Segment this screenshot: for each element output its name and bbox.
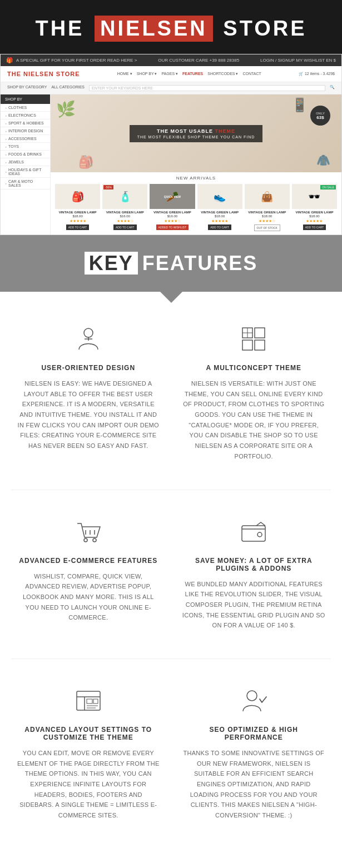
layout-icon: [17, 687, 160, 718]
hero-sub: THE MOST FLEXIBLE SHOP THEME YOU CAN FIN…: [137, 135, 255, 139]
svg-point-0: [84, 328, 93, 337]
nav-features: FEATURES: [182, 72, 203, 76]
search-placeholder: ENTER YOUR KEYWORDS HERE: [89, 85, 325, 91]
features-label: FEATURES: [142, 252, 257, 275]
mockup-main: 🌿 📱 🎒 🧥 THE MOST USABLE THEME THE MOST F…: [51, 94, 341, 235]
hero-phone-deco: 📱: [291, 97, 308, 113]
header-section: THE NIELSEN STORE: [0, 0, 342, 54]
mockup-category-bar: SHOP BY CATEGORY ALL CATEGORIES ENTER YO…: [1, 82, 341, 94]
mockup-cart: 🛒 12 items - 3.429$: [299, 72, 335, 76]
sidebar-foods: FOODS & DRINKS: [1, 151, 50, 158]
svg-point-23: [247, 691, 257, 701]
sidebar-header: SHOP BY: [1, 94, 50, 104]
nav-shortcodes: SHORTCODES ▾: [207, 72, 238, 76]
key-label: KEY: [85, 252, 138, 275]
mockup-products: NEW ARRIVALS 🎒 VINTAGE GREEN LAMP $18.00…: [51, 172, 341, 235]
svg-point-10: [93, 538, 96, 542]
hero-badge-main: THE MOST USABLE THEME: [137, 128, 255, 134]
divider-2: [11, 659, 331, 659]
logo-prefix: THE: [7, 71, 23, 77]
features-row-2: ADVANCED E-COMMERCE FEATURES WISHLIST, C…: [11, 512, 331, 636]
sidebar-accessories: ACCESSORIES: [1, 135, 50, 143]
topbar-left-text: A SPECIAL GIFT FOR YOUR FIRST ORDER READ…: [16, 58, 137, 63]
mockup-topbar: 🎁 A SPECIAL GIFT FOR YOUR FIRST ORDER RE…: [1, 54, 341, 66]
hero-bag-deco: 🎒: [78, 155, 93, 169]
features-grid: USER-ORIENTED DESIGN NIELSEN IS EASY: WE…: [0, 292, 342, 865]
svg-rect-19: [87, 699, 92, 704]
mockup-body: SHOP BY CLOTHES ELECTRONICS SPORT & HOBB…: [1, 94, 341, 235]
person-check-icon: [182, 687, 326, 718]
search-icon-mockup: 🔍: [330, 85, 335, 91]
feature-ecom-title: ADVANCED E-COMMERCE FEATURES: [17, 557, 160, 565]
key-features-arrow: [160, 292, 182, 303]
nav-shopby: SHOP BY ▾: [137, 72, 157, 76]
mockup-nav: THE NIELSEN STORE HOME ▾ SHOP BY ▾ PAGES…: [1, 66, 341, 82]
grid-icon: [182, 325, 326, 356]
products-row: 🎒 VINTAGE GREEN LAMP $18.00 ★★★★★ ADD TO…: [55, 184, 337, 231]
header-title: THE NIELSEN STORE: [11, 16, 331, 42]
mockup-logo: THE NIELSEN STORE: [7, 71, 80, 77]
sidebar-jewels: JEWELS: [1, 158, 50, 166]
sidebar-sport: SPORT & HOBBIES: [1, 119, 50, 127]
feature-ecom-desc: WISHLIST, COMPARE, QUICK VIEW, ADVANCED …: [17, 571, 160, 623]
svg-point-9: [84, 538, 87, 542]
feature-layout: ADVANCED LAYOUT SETTINGS TO CUSTOMIZE TH…: [11, 681, 166, 826]
hero-jacket-deco: 🧥: [316, 153, 330, 167]
product-1: 🎒 VINTAGE GREEN LAMP $18.00 ★★★★★ ADD TO…: [55, 184, 100, 231]
hero-badge: THE MOST USABLE THEME THE MOST FLEXIBLE …: [130, 125, 263, 142]
store-screenshot: 🎁 A SPECIAL GIFT FOR YOUR FIRST ORDER RE…: [0, 54, 342, 235]
header-prefix: THE: [35, 17, 84, 40]
features-row-1: USER-ORIENTED DESIGN NIELSEN IS EASY: WE…: [11, 320, 331, 467]
sidebar-holidays: HOLIDAYS & GIFT IDEAS: [1, 166, 50, 178]
feature-multi-title: A MULTICONCEPT THEME: [182, 364, 326, 372]
key-features-header: KEYFEATURES: [0, 235, 342, 292]
logo-brand: NIELSEN: [23, 71, 54, 77]
product-6: 🕶️ ON SALE VINTAGE GREEN LAMP $18.00 ★★★…: [292, 184, 337, 231]
cart-icon: [17, 518, 160, 549]
wallet-icon: [182, 518, 326, 549]
svg-rect-5: [242, 340, 252, 350]
nav-contact: CONTACT: [242, 72, 261, 76]
svg-rect-20: [93, 699, 98, 704]
hero-price: ONLY 63$: [310, 106, 330, 126]
store-mockup: 🎁 A SPECIAL GIFT FOR YOUR FIRST ORDER RE…: [0, 54, 342, 235]
topbar-right-text: LOGIN / SIGNUP MY WISHLIST EN $: [260, 58, 336, 63]
section-title: NEW ARRIVALS: [55, 176, 337, 181]
mockup-sidebar: SHOP BY CLOTHES ELECTRONICS SPORT & HOBB…: [1, 94, 51, 235]
svg-rect-4: [255, 328, 265, 338]
svg-rect-16: [77, 691, 100, 710]
feature-ecommerce: ADVANCED E-COMMERCE FEATURES WISHLIST, C…: [11, 512, 166, 636]
product-4: 👟 VINTAGE GREEN LAMP $18.00 ★★★★★ ADD TO…: [197, 184, 242, 231]
feature-user-title: USER-ORIENTED DESIGN: [17, 364, 160, 372]
hero-plant-deco: 🌿: [56, 100, 76, 118]
nav-home: HOME ▾: [117, 72, 132, 76]
product-5: 👜 VINTAGE GREEN LAMP $18.00 ★★★★☆ OUT OF…: [245, 184, 290, 231]
feature-multi-desc: NIELSEN IS VERSATILE: WITH JUST ONE THEM…: [182, 378, 326, 462]
divider-1: [11, 490, 331, 490]
sidebar-toys: TOYS: [1, 143, 50, 151]
svg-rect-6: [255, 340, 265, 350]
feature-user-oriented: USER-ORIENTED DESIGN NIELSEN IS EASY: WE…: [11, 320, 166, 467]
logo-suffix: STORE: [54, 71, 80, 77]
gift-icon: 🎁: [6, 57, 13, 63]
feature-save-desc: WE BUNDLED MANY ADDITIONAL FEATURES LIKE…: [182, 579, 326, 631]
feature-save-title: SAVE MONEY: A LOT OF EXTRA PLUGINS & ADD…: [182, 557, 326, 572]
sidebar-car: CAR & MOTO SALES: [1, 178, 50, 189]
product-2: 🧴 -50% VINTAGE GREEN LAMP $16.00 ★★★★☆ A…: [102, 184, 147, 231]
feature-user-desc: NIELSEN IS EASY: WE HAVE DESIGNED A LAYO…: [17, 378, 160, 451]
nav-pages: PAGES ▾: [161, 72, 178, 76]
sidebar-electronics: ELECTRONICS: [1, 112, 50, 119]
topbar-center-text: OUR CUSTOMER CARE +39 888 28385: [158, 58, 239, 63]
product-3: 🥕 QUICK VIEW VINTAGE GREEN LAMP $16.00 ★…: [150, 184, 195, 231]
svg-point-15: [257, 532, 262, 537]
feature-layout-desc: YOU CAN EDIT, MOVE OR REMOVE EVERY ELEME…: [17, 748, 160, 821]
features-row-3: ADVANCED LAYOUT SETTINGS TO CUSTOMIZE TH…: [11, 681, 331, 826]
header-suffix: STORE: [223, 17, 306, 40]
feature-save-money: SAVE MONEY: A LOT OF EXTRA PLUGINS & ADD…: [177, 512, 331, 636]
header-brand: NIELSEN: [95, 16, 213, 42]
sidebar-clothes: CLOTHES: [1, 104, 50, 112]
feature-seo: SEO OPTIMIZED & HIGH PERFORMANCE THANKS …: [177, 681, 331, 826]
mockup-nav-links: HOME ▾ SHOP BY ▾ PAGES ▾ FEATURES SHORTC…: [117, 72, 261, 76]
all-categories: ALL CATEGORIES: [51, 85, 85, 91]
mockup-hero: 🌿 📱 🎒 🧥 THE MOST USABLE THEME THE MOST F…: [51, 94, 341, 172]
